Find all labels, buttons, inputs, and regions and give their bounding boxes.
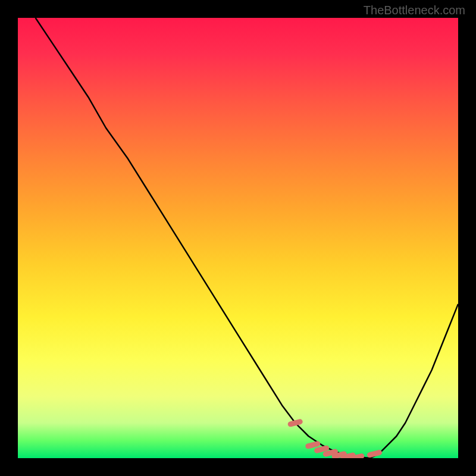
curve-left-curve bbox=[36, 18, 370, 458]
curve-right-curve bbox=[370, 304, 458, 458]
trough-marker bbox=[352, 456, 362, 458]
trough-marker bbox=[369, 453, 379, 455]
chart-svg bbox=[18, 18, 458, 458]
watermark-text: TheBottleneck.com bbox=[364, 4, 465, 17]
trough-marker bbox=[317, 448, 327, 450]
trough-marker bbox=[308, 444, 318, 446]
plot-area bbox=[18, 18, 458, 458]
trough-marker bbox=[290, 422, 300, 424]
